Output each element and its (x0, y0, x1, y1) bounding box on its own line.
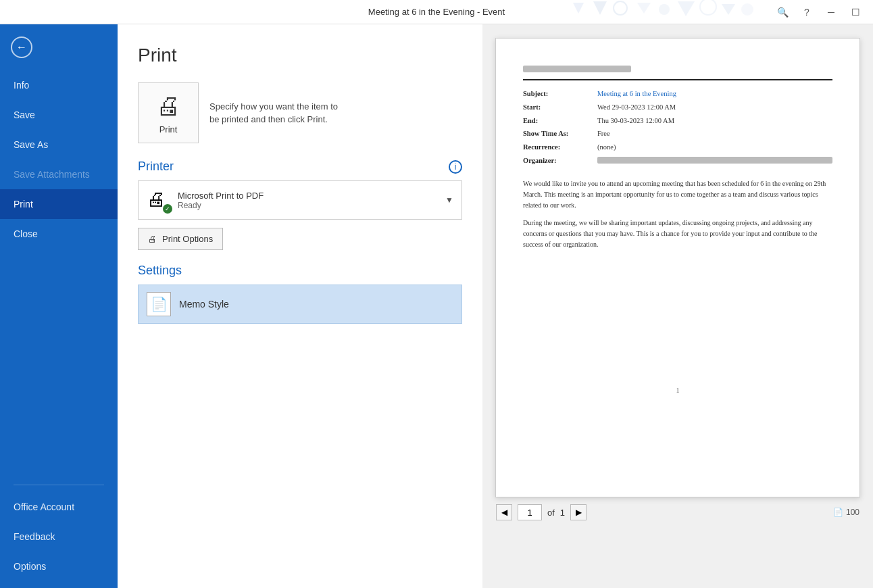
field-organizer: Organizer: (523, 155, 832, 166)
printer-name: Microsoft Print to PDF (178, 191, 439, 201)
field-label-end: End: (523, 116, 597, 126)
printer-icon-wrap: 🖨 ✓ (147, 188, 171, 212)
svg-marker-7 (722, 4, 735, 15)
help-button[interactable]: ? (797, 3, 816, 22)
field-value-subject: Meeting at 6 in the Evening (597, 89, 832, 99)
field-subject: Subject: Meeting at 6 in the Evening (523, 89, 832, 99)
content-area: Print 🖨 Print Specify how you want the i… (118, 24, 873, 588)
svg-marker-1 (593, 1, 607, 15)
dropdown-arrow-icon: ▼ (445, 195, 453, 205)
print-options-icon: 🖨 (148, 234, 157, 244)
zoom-indicator: 📄 100 (833, 508, 859, 517)
print-options-label: Print Options (162, 234, 213, 244)
prev-page-button[interactable]: ◀ (496, 504, 512, 520)
field-label-organizer: Organizer: (523, 155, 597, 166)
memo-style-label: Memo Style (179, 299, 229, 310)
svg-point-2 (614, 1, 627, 15)
page-title: Print (138, 45, 462, 66)
print-icon-label: Print (159, 124, 178, 134)
search-button[interactable]: 🔍 (773, 3, 792, 22)
field-end: End: Thu 30-03-2023 12:00 AM (523, 116, 832, 126)
svg-marker-3 (637, 3, 651, 14)
info-icon[interactable]: i (449, 160, 462, 174)
preview-area: Subject: Meeting at 6 in the Evening Sta… (482, 24, 873, 588)
print-button[interactable]: 🖨 Print (138, 82, 199, 143)
field-value-recurrence: (none) (597, 142, 832, 153)
zoom-icon: 📄 (833, 508, 843, 517)
printer-section-header: Printer i (138, 160, 462, 174)
page-of-label: of (547, 508, 555, 518)
memo-style-icon: 📄 (147, 292, 171, 316)
printer-label: Printer (138, 160, 174, 174)
page-number-in-preview: 1 (523, 385, 832, 395)
field-recurrence: Recurrence: (none) (523, 142, 832, 153)
sidebar-item-save-attachments: Save Attachments (0, 160, 118, 189)
field-label-show-time: Show Time As: (523, 128, 597, 139)
memo-style-item[interactable]: 📄 Memo Style (138, 285, 462, 324)
preview-divider (523, 79, 832, 80)
sidebar-item-options[interactable]: Options (0, 552, 118, 581)
preview-navigation: ◀ of 1 ▶ 📄 100 (496, 504, 859, 520)
window-title: Meeting at 6 in the Evening - Event (368, 7, 505, 17)
print-panel: Print 🖨 Print Specify how you want the i… (118, 24, 482, 588)
svg-point-4 (659, 4, 670, 15)
svg-marker-5 (678, 1, 695, 16)
minimize-button[interactable]: ─ (822, 3, 841, 22)
title-bar: Meeting at 6 in the Evening - Event 🔍 ? … (0, 0, 873, 24)
settings-section-header: Settings (138, 264, 462, 278)
sidebar: ← Info Save Save As Save Attachments Pri… (0, 24, 118, 588)
page-number-input[interactable] (518, 504, 542, 520)
email-blurred (523, 66, 631, 72)
back-button[interactable]: ← (11, 36, 32, 58)
preview-body: We would like to invite you to attend an… (523, 178, 832, 250)
svg-point-8 (741, 3, 753, 16)
printer-dropdown[interactable]: 🖨 ✓ Microsoft Print to PDF Ready ▼ (138, 180, 462, 220)
field-label-recurrence: Recurrence: (523, 142, 597, 153)
next-page-button[interactable]: ▶ (570, 504, 587, 520)
print-description: Specify how you want the item to be prin… (209, 100, 345, 126)
preview-paragraph-1: We would like to invite you to attend an… (523, 178, 832, 211)
field-value-organizer-blurred (597, 157, 832, 164)
field-label-start: Start: (523, 102, 597, 113)
main-layout: ← Info Save Save As Save Attachments Pri… (0, 24, 873, 588)
sidebar-item-office-account[interactable]: Office Account (0, 492, 118, 522)
sidebar-item-save[interactable]: Save (0, 100, 118, 130)
page-total: 1 (560, 508, 565, 518)
field-value-show-time: Free (597, 128, 832, 139)
print-options-button[interactable]: 🖨 Print Options (138, 228, 223, 250)
page-preview: Subject: Meeting at 6 in the Evening Sta… (495, 38, 860, 497)
preview-paragraph-2: During the meeting, we will be sharing i… (523, 218, 832, 250)
field-value-start: Wed 29-03-2023 12:00 AM (597, 102, 832, 113)
field-value-end: Thu 30-03-2023 12:00 AM (597, 116, 832, 126)
sidebar-back: ← (0, 24, 118, 70)
sidebar-item-print[interactable]: Print (0, 189, 118, 219)
printer-status: Ready (178, 201, 439, 210)
printer-ready-badge: ✓ (163, 204, 172, 214)
field-show-time: Show Time As: Free (523, 128, 832, 139)
sidebar-item-feedback[interactable]: Feedback (0, 522, 118, 552)
field-label-subject: Subject: (523, 89, 597, 99)
field-start: Start: Wed 29-03-2023 12:00 AM (523, 102, 832, 113)
window-controls: 🔍 ? ─ ☐ (559, 0, 865, 24)
sidebar-item-close[interactable]: Close (0, 219, 118, 249)
svg-marker-0 (573, 3, 584, 14)
printer-icon: 🖨 (156, 92, 180, 120)
zoom-level: 100 (846, 508, 859, 517)
sidebar-item-save-as[interactable]: Save As (0, 130, 118, 160)
sidebar-item-info[interactable]: Info (0, 70, 118, 100)
sidebar-divider (14, 485, 104, 485)
page-nav-controls: ◀ of 1 ▶ (496, 504, 587, 520)
printer-info: Microsoft Print to PDF Ready (178, 191, 439, 210)
sidebar-nav: Info Save Save As Save Attachments Print… (0, 70, 118, 478)
svg-point-6 (700, 0, 716, 15)
maximize-button[interactable]: ☐ (846, 3, 865, 22)
print-card: 🖨 Print Specify how you want the item to… (138, 82, 462, 143)
sidebar-bottom: Office Account Feedback Options (0, 478, 118, 588)
